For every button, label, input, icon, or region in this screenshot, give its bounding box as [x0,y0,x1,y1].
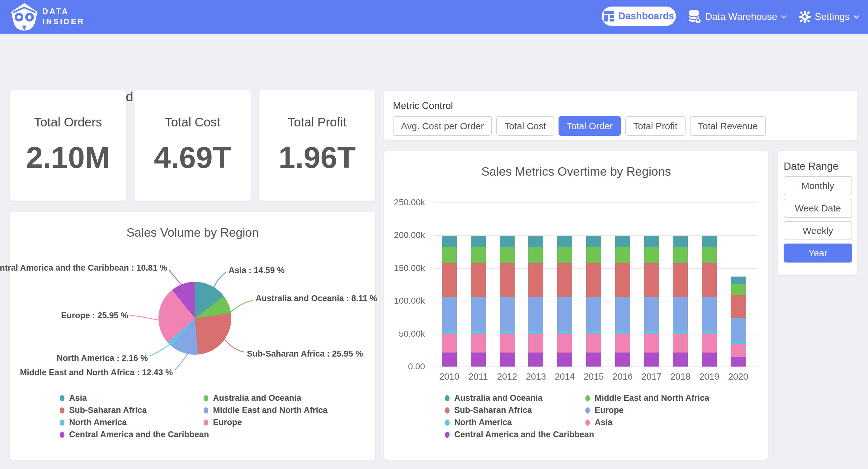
chevron-down-icon [854,15,859,19]
legend-label: Middle East and North Africa [213,406,328,415]
x-axis-tick-label: 2013 [526,372,546,382]
metric-button-total-revenue[interactable]: Total Revenue [690,116,766,136]
gridline [434,367,758,367]
legend-dot-icon [204,419,208,426]
bar-segment [442,247,457,263]
metric-control-buttons: Avg. Cost per OrderTotal CostTotal Order… [393,116,766,136]
pie-slice-label: Europe : 25.95 % [61,311,128,320]
bar-segment [644,353,659,367]
gridline [434,202,758,203]
bar-segment [557,297,572,331]
bar-segment [644,236,659,247]
legend-item[interactable]: North America [445,416,594,429]
pie-chart-title: Sales Volume by Region [10,226,375,239]
bar-segment [528,353,543,367]
pie-chart [158,282,231,355]
legend-item[interactable]: Asia [60,392,209,404]
kpi-card-total-profit: Total Profit 1.96T [259,90,375,201]
metric-button-avg-cost-per-order[interactable]: Avg. Cost per Order [393,116,492,136]
legend-label: Sub-Saharan Africa [454,406,532,415]
bar-segment [442,297,457,331]
legend-item[interactable]: North America [60,416,209,429]
legend-dot-icon [445,419,450,426]
legend-dot-icon [60,407,64,414]
date-range-buttons: MonthlyWeek DateWeeklyYear [784,176,852,263]
legend-label: Europe [213,418,242,427]
bar-segment [557,331,572,333]
pie-slice-label: Asia : 14.59 % [228,266,284,275]
legend-label: Australia and Oceania [454,393,542,403]
bar-segment [702,333,717,353]
legend-column: Australia and OceaniaSub-Saharan AfricaN… [445,392,594,441]
kpi-label: Total Profit [259,115,375,129]
y-axis-tick-label: 0.00 [388,361,425,372]
bar-segment [702,297,717,331]
bar-2015 [586,236,601,367]
pie-leader-line [130,315,160,320]
bar-segment [731,276,746,284]
bar-segment [702,236,717,247]
legend-item[interactable]: Europe [585,404,709,416]
bar-segment [702,331,717,333]
pie-slice-label: Central America and the Caribbean : 10.8… [0,263,167,273]
x-axis-tick-label: 2016 [613,372,633,382]
bar-segment [471,353,486,367]
kpi-card-total-orders: Total Orders 2.10M [10,90,126,201]
nav-dashboards-button[interactable]: Dashboards [602,6,676,26]
legend-item[interactable]: Australia and Oceania [445,392,594,404]
bar-segment [557,263,572,297]
bar-segment [442,263,457,297]
y-axis-tick-label: 200.00k [388,230,425,240]
brand-line2: INSIDER [42,17,85,27]
nav-settings-button[interactable]: Settings [799,0,859,34]
bar-segment [615,247,630,263]
kpi-value: 4.69T [134,140,251,175]
bar-segment [702,353,717,367]
bar-segment [528,333,543,353]
bar-segment [673,297,688,331]
legend-label: North America [454,418,512,427]
legend-item[interactable]: Europe [204,416,328,429]
pie-slice-label: North America : 2.16 % [57,353,148,363]
bar-segment [644,331,659,333]
date-range-button-weekly[interactable]: Weekly [784,221,852,240]
legend-item[interactable]: Asia [585,416,709,429]
bar-segment [442,331,457,333]
metric-button-total-cost[interactable]: Total Cost [496,116,554,136]
legend-item[interactable]: Central America and the Caribbean [60,429,209,441]
date-range-button-monthly[interactable]: Monthly [784,176,852,195]
metric-control-title: Metric Control [393,100,453,112]
bar-segment [731,357,746,367]
legend-item[interactable]: Sub-Saharan Africa [445,404,594,416]
legend-label: North America [69,418,127,427]
top-navbar: DATA INSIDER Dashboards Data Ware [0,0,868,34]
legend-item[interactable]: Australia and Oceania [204,392,328,404]
legend-label: Central America and the Caribbean [454,430,594,439]
legend-item[interactable]: Middle East and North Africa [204,404,328,416]
date-range-button-week-date[interactable]: Week Date [784,199,852,218]
bar-segment [442,236,457,247]
bar-segment [471,331,486,333]
bar-segment [500,236,515,247]
legend-dot-icon [60,432,64,438]
legend-item[interactable]: Central America and the Caribbean [445,429,594,441]
metric-button-total-order[interactable]: Total Order [559,116,621,136]
bar-segment [673,353,688,367]
bar-segment [673,236,688,247]
kpi-card-total-cost: Total Cost 4.69T [134,90,251,201]
legend-label: Asia [69,393,87,403]
legend-dot-icon [204,407,208,414]
nav-data-warehouse-button[interactable]: Data Warehouse [689,0,787,34]
date-range-button-year[interactable]: Year [784,243,852,263]
bar-segment [702,247,717,263]
legend-item[interactable]: Middle East and North Africa [585,392,709,404]
legend-dot-icon [445,407,450,414]
legend-dot-icon [60,395,64,402]
legend-item[interactable]: Sub-Saharan Africa [60,404,209,416]
metric-button-total-profit[interactable]: Total Profit [625,116,686,136]
bar-segment [615,353,630,367]
legend-label: Central America and the Caribbean [69,430,209,439]
bar-segment [500,247,515,263]
bar-segment [500,353,515,367]
legend-column: Middle East and North AfricaEuropeAsia [585,392,709,429]
